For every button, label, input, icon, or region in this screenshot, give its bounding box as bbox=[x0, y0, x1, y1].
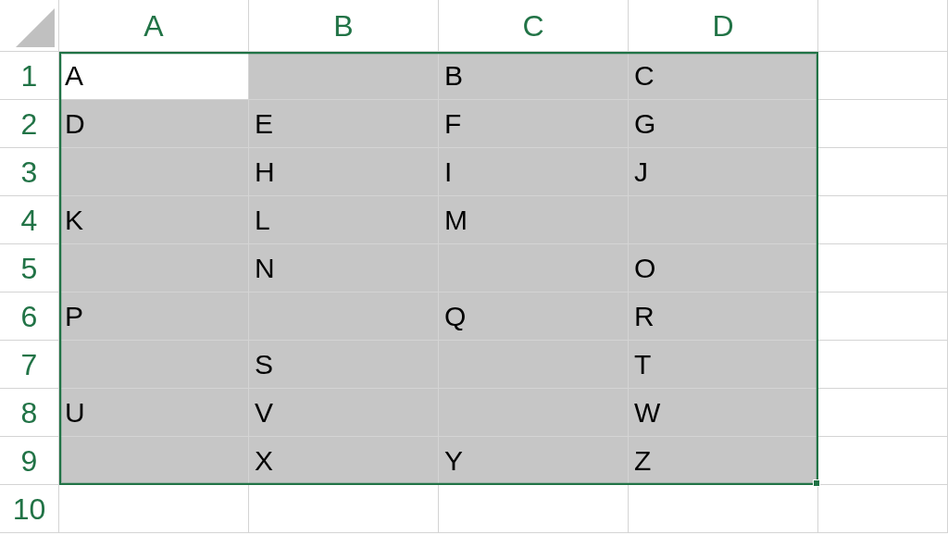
table-row: S T bbox=[59, 341, 948, 389]
grid-body: A B C D E F G H I J K L M bbox=[59, 52, 948, 560]
table-row: X Y Z bbox=[59, 437, 948, 485]
table-row: H I J bbox=[59, 148, 948, 196]
row-headers: 1 2 3 4 5 6 7 8 9 10 bbox=[0, 52, 59, 533]
cell-D10[interactable] bbox=[629, 485, 818, 533]
cell-B1[interactable] bbox=[249, 52, 439, 100]
cell-A5[interactable] bbox=[59, 244, 249, 292]
cell-D1[interactable]: C bbox=[629, 52, 818, 100]
cell-C2[interactable]: F bbox=[439, 100, 629, 148]
cell-D6[interactable]: R bbox=[629, 292, 818, 341]
row-header-4[interactable]: 4 bbox=[0, 196, 59, 244]
cell-extra[interactable] bbox=[818, 244, 948, 292]
cell-C1[interactable]: B bbox=[439, 52, 629, 100]
table-row: U V W bbox=[59, 389, 948, 437]
cell-A6[interactable]: P bbox=[59, 292, 249, 341]
row-header-2[interactable]: 2 bbox=[0, 100, 59, 148]
cell-extra[interactable] bbox=[818, 341, 948, 389]
cell-D7[interactable]: T bbox=[629, 341, 818, 389]
cell-A4[interactable]: K bbox=[59, 196, 249, 244]
cell-B7[interactable]: S bbox=[249, 341, 439, 389]
cell-D5[interactable]: O bbox=[629, 244, 818, 292]
cell-C9[interactable]: Y bbox=[439, 437, 629, 485]
cell-B8[interactable]: V bbox=[249, 389, 439, 437]
cell-B10[interactable] bbox=[249, 485, 439, 533]
cell-C8[interactable] bbox=[439, 389, 629, 437]
row-header-8[interactable]: 8 bbox=[0, 389, 59, 437]
cell-D2[interactable]: G bbox=[629, 100, 818, 148]
spreadsheet: A B C D 1 2 3 4 5 6 7 8 9 10 A B C D E F… bbox=[0, 0, 948, 560]
table-row: D E F G bbox=[59, 100, 948, 148]
cell-extra[interactable] bbox=[818, 292, 948, 341]
cell-extra[interactable] bbox=[818, 52, 948, 100]
row-header-1[interactable]: 1 bbox=[0, 52, 59, 100]
row-header-10[interactable]: 10 bbox=[0, 485, 59, 533]
cell-extra[interactable] bbox=[818, 437, 948, 485]
cell-C4[interactable]: M bbox=[439, 196, 629, 244]
cell-B2[interactable]: E bbox=[249, 100, 439, 148]
cell-B5[interactable]: N bbox=[249, 244, 439, 292]
cell-A8[interactable]: U bbox=[59, 389, 249, 437]
row-header-6[interactable]: 6 bbox=[0, 292, 59, 341]
cell-A10[interactable] bbox=[59, 485, 249, 533]
cell-extra[interactable] bbox=[818, 100, 948, 148]
cell-C10[interactable] bbox=[439, 485, 629, 533]
cell-extra[interactable] bbox=[818, 485, 948, 533]
column-headers: A B C D bbox=[59, 0, 948, 52]
col-header-B[interactable]: B bbox=[249, 0, 439, 52]
cell-C3[interactable]: I bbox=[439, 148, 629, 196]
cell-extra[interactable] bbox=[818, 389, 948, 437]
cell-C7[interactable] bbox=[439, 341, 629, 389]
col-header-A[interactable]: A bbox=[59, 0, 249, 52]
col-header-D[interactable]: D bbox=[629, 0, 818, 52]
table-row: N O bbox=[59, 244, 948, 292]
row-header-9[interactable]: 9 bbox=[0, 437, 59, 485]
table-row: A B C bbox=[59, 52, 948, 100]
table-row bbox=[59, 485, 948, 533]
cell-A7[interactable] bbox=[59, 341, 249, 389]
cell-D3[interactable]: J bbox=[629, 148, 818, 196]
cell-A1[interactable]: A bbox=[59, 52, 249, 100]
cell-B4[interactable]: L bbox=[249, 196, 439, 244]
cell-B6[interactable] bbox=[249, 292, 439, 341]
col-header-extra[interactable] bbox=[818, 0, 948, 52]
cell-D4[interactable] bbox=[629, 196, 818, 244]
cell-extra[interactable] bbox=[818, 148, 948, 196]
cell-B3[interactable]: H bbox=[249, 148, 439, 196]
cell-D9[interactable]: Z bbox=[629, 437, 818, 485]
select-all-corner[interactable] bbox=[0, 0, 59, 52]
row-header-5[interactable]: 5 bbox=[0, 244, 59, 292]
table-row: P Q R bbox=[59, 292, 948, 341]
cell-D8[interactable]: W bbox=[629, 389, 818, 437]
cell-A3[interactable] bbox=[59, 148, 249, 196]
row-header-7[interactable]: 7 bbox=[0, 341, 59, 389]
cell-C6[interactable]: Q bbox=[439, 292, 629, 341]
cell-C5[interactable] bbox=[439, 244, 629, 292]
cell-A2[interactable]: D bbox=[59, 100, 249, 148]
row-header-3[interactable]: 3 bbox=[0, 148, 59, 196]
cell-A9[interactable] bbox=[59, 437, 249, 485]
cell-extra[interactable] bbox=[818, 196, 948, 244]
cell-B9[interactable]: X bbox=[249, 437, 439, 485]
col-header-C[interactable]: C bbox=[439, 0, 629, 52]
table-row: K L M bbox=[59, 196, 948, 244]
